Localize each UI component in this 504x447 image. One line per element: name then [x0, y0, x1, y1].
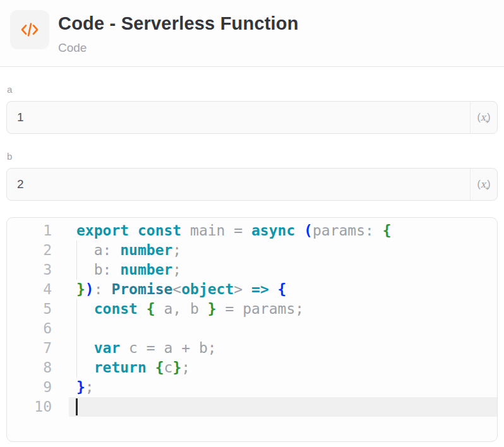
code-line[interactable]: 5 const { a, b } = params;: [7, 299, 497, 319]
line-number: 2: [7, 241, 69, 260]
text-cursor: [76, 398, 78, 415]
page-title: Code - Serverless Function: [58, 12, 299, 35]
field-b-label: b: [6, 151, 498, 162]
field-a-input-row: (x+): [6, 101, 498, 134]
code-line-content[interactable]: }): Promise<object> => {: [69, 280, 497, 299]
code-line-content[interactable]: [69, 397, 497, 417]
line-number: 7: [7, 338, 69, 358]
code-line[interactable]: 1export const main = async (params: {: [7, 221, 497, 241]
code-line[interactable]: 3 b: number;: [7, 260, 497, 280]
indent-guide: [76, 260, 77, 280]
line-number: 1: [7, 221, 69, 241]
line-number: 4: [7, 280, 69, 299]
panel-header: Code - Serverless Function Code: [0, 0, 504, 66]
field-b-input-row: (x+): [6, 168, 498, 201]
code-lines: 1export const main = async (params: {2 a…: [7, 221, 497, 417]
header-divider: [0, 66, 504, 67]
field-a-insert-variable-button[interactable]: (x+): [470, 102, 497, 133]
code-editor[interactable]: 1export const main = async (params: {2 a…: [6, 217, 498, 442]
field-b-insert-variable-button[interactable]: (x+): [470, 169, 497, 200]
indent-guide: [76, 319, 77, 338]
code-line[interactable]: 2 a: number;: [7, 241, 497, 260]
code-line-content[interactable]: };: [69, 378, 497, 397]
fields-section: a (x+) b (x+): [0, 84, 504, 201]
code-line-content[interactable]: a: number;: [69, 241, 497, 260]
field-a-input[interactable]: [7, 102, 470, 133]
code-line-content[interactable]: const { a, b } = params;: [69, 299, 497, 319]
line-number: 3: [7, 260, 69, 280]
code-icon: [10, 10, 49, 49]
code-line-content[interactable]: return {c};: [69, 358, 497, 378]
code-line-content[interactable]: b: number;: [69, 260, 497, 280]
indent-guide: [76, 338, 77, 358]
line-number: 9: [7, 378, 69, 397]
page-subtitle: Code: [58, 41, 299, 55]
line-number: 8: [7, 358, 69, 378]
indent-guide: [76, 299, 77, 319]
code-line[interactable]: 4}): Promise<object> => {: [7, 280, 497, 299]
line-number: 5: [7, 299, 69, 319]
field-a: a (x+): [6, 84, 498, 134]
insert-variable-icon: (x+): [477, 112, 491, 122]
line-number: 10: [7, 397, 69, 417]
code-line[interactable]: 7 var c = a + b;: [7, 338, 497, 358]
code-line[interactable]: 8 return {c};: [7, 358, 497, 378]
code-line[interactable]: 9};: [7, 378, 497, 397]
field-a-label: a: [6, 84, 498, 95]
code-line[interactable]: 10: [7, 397, 497, 417]
field-b: b (x+): [6, 151, 498, 201]
insert-variable-icon: (x+): [477, 179, 491, 189]
code-line-content[interactable]: var c = a + b;: [69, 338, 497, 358]
indent-guide: [76, 241, 77, 260]
field-b-input[interactable]: [7, 169, 470, 200]
code-line-content[interactable]: export const main = async (params: {: [69, 221, 497, 241]
indent-guide: [76, 358, 77, 378]
code-line-content[interactable]: [69, 319, 497, 338]
code-line[interactable]: 6: [7, 319, 497, 338]
line-number: 6: [7, 319, 69, 338]
